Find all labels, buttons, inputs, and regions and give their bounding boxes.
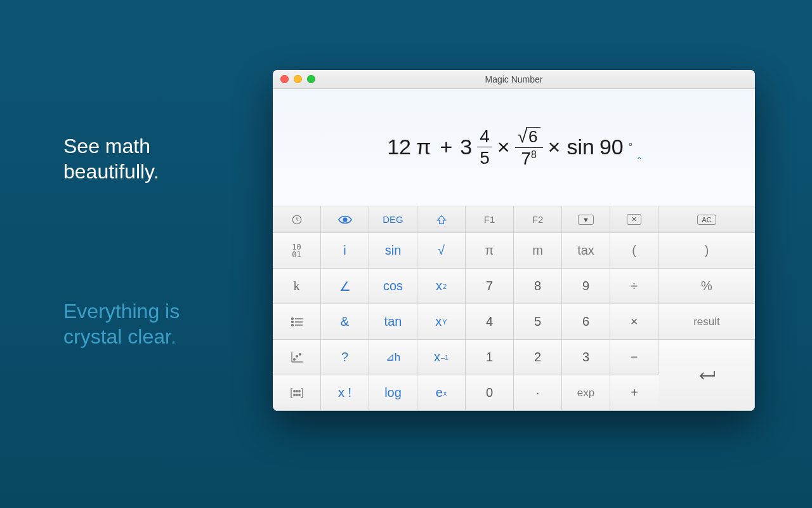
- factorial-button[interactable]: x !: [321, 375, 369, 411]
- minimize-icon[interactable]: [294, 75, 302, 83]
- five-button[interactable]: 5: [514, 304, 562, 340]
- sin-button[interactable]: sin: [369, 233, 417, 269]
- svg-point-14: [296, 390, 297, 391]
- svg-point-2: [291, 318, 293, 319]
- x-power-y-button[interactable]: xY: [417, 304, 466, 340]
- ac-button[interactable]: AC: [658, 206, 755, 233]
- traffic-lights: [273, 75, 315, 83]
- svg-point-6: [291, 324, 293, 326]
- and-button[interactable]: &: [321, 304, 369, 340]
- svg-point-1: [343, 218, 347, 222]
- history-button[interactable]: [273, 206, 321, 233]
- minus-button[interactable]: −: [610, 340, 658, 375]
- exp-button[interactable]: exp: [562, 375, 610, 411]
- memory-button[interactable]: m: [514, 233, 562, 269]
- svg-point-17: [296, 394, 297, 395]
- matrix-icon: [291, 388, 303, 398]
- expr-12: 12: [387, 135, 411, 159]
- imaginary-button[interactable]: i: [321, 233, 369, 269]
- divide-button[interactable]: ÷: [610, 269, 658, 304]
- multiply-button[interactable]: ×: [610, 304, 658, 340]
- expr-plus: +: [440, 135, 453, 159]
- svg-point-13: [293, 390, 294, 391]
- pi-button[interactable]: π: [466, 233, 514, 269]
- expr-frac-sqrt6-7pow8: √6 78: [515, 127, 543, 168]
- marketing-tagline-2: Everything is crystal clear.: [63, 298, 180, 349]
- marketing-tagline-1: See math beautifully.: [63, 133, 159, 184]
- expr-times-1: ×: [497, 135, 510, 159]
- plus-button[interactable]: +: [610, 375, 658, 411]
- f2-button[interactable]: F2: [514, 206, 562, 233]
- seven-button[interactable]: 7: [466, 269, 514, 304]
- four-button[interactable]: 4: [466, 304, 514, 340]
- view-button[interactable]: [321, 206, 369, 233]
- expression: 12 π + 3 4 5 × √6 78 × sin 90°: [387, 127, 641, 168]
- shift-button[interactable]: [417, 206, 466, 233]
- one-button[interactable]: 1: [466, 340, 514, 375]
- svg-point-18: [298, 394, 299, 395]
- list-icon: [291, 318, 303, 326]
- x-squared-button[interactable]: x2: [417, 269, 466, 304]
- chevron-down-icon: ▼: [578, 215, 594, 225]
- percent-button[interactable]: %: [658, 269, 755, 304]
- log-button[interactable]: log: [369, 375, 417, 411]
- svg-point-11: [296, 355, 298, 357]
- tan-button[interactable]: tan: [369, 304, 417, 340]
- tax-button[interactable]: tax: [562, 233, 610, 269]
- sqrt-icon: √6: [518, 127, 540, 146]
- return-icon: [697, 370, 716, 381]
- eight-button[interactable]: 8: [514, 269, 562, 304]
- f1-button[interactable]: F1: [466, 206, 514, 233]
- help-button[interactable]: ?: [321, 340, 369, 375]
- clock-icon: [291, 214, 303, 225]
- close-icon[interactable]: [280, 75, 289, 83]
- result-button[interactable]: result: [658, 304, 755, 340]
- svg-point-16: [293, 394, 294, 395]
- stats-button[interactable]: [273, 340, 321, 375]
- key-row-4: & tan xY 4 5 6 × result: [273, 304, 755, 340]
- expression-display[interactable]: 12 π + 3 4 5 × √6 78 × sin 90°: [273, 89, 755, 206]
- six-button[interactable]: 6: [562, 304, 610, 340]
- eye-icon: [338, 215, 352, 224]
- backspace-button[interactable]: ✕: [610, 206, 658, 233]
- two-button[interactable]: 2: [514, 340, 562, 375]
- enter-button[interactable]: [658, 340, 755, 411]
- e-power-x-button[interactable]: ex: [417, 375, 466, 411]
- lparen-button[interactable]: (: [610, 233, 658, 269]
- svg-point-4: [291, 321, 293, 323]
- matrix-button[interactable]: [273, 375, 321, 411]
- zero-button[interactable]: 0: [466, 375, 514, 411]
- expr-pi: π: [416, 135, 431, 159]
- window-title: Magic Number: [273, 74, 755, 84]
- angle-button[interactable]: ∠: [321, 269, 369, 304]
- sqrt-button[interactable]: √: [417, 233, 466, 269]
- list-button[interactable]: [273, 304, 321, 340]
- degree-icon: °: [629, 142, 632, 153]
- expr-sin: sin: [566, 135, 594, 159]
- caret-icon: ˆ: [638, 156, 641, 166]
- x-icon: ✕: [627, 214, 641, 225]
- svg-point-15: [298, 390, 299, 391]
- expr-90: 90: [599, 135, 624, 159]
- constant-button[interactable]: k: [273, 269, 321, 304]
- key-row-3: k ∠ cos x2 7 8 9 ÷ %: [273, 269, 755, 304]
- dropdown-button[interactable]: ▼: [562, 206, 610, 233]
- x-inverse-button[interactable]: x–1: [417, 340, 466, 375]
- toolbar-row: DEG F1 F2 ▼ ✕ AC: [273, 206, 755, 233]
- binary-button[interactable]: 1001: [273, 233, 321, 269]
- nine-button[interactable]: 9: [562, 269, 610, 304]
- cos-button[interactable]: cos: [369, 269, 417, 304]
- decimal-button[interactable]: ·: [514, 375, 562, 411]
- rparen-button[interactable]: ): [658, 233, 755, 269]
- triangle-h-button[interactable]: ⊿h: [369, 340, 417, 375]
- scatter-icon: [291, 352, 303, 363]
- zoom-icon[interactable]: [307, 75, 315, 83]
- expr-frac-4-5: 4 5: [477, 127, 492, 168]
- titlebar[interactable]: Magic Number: [273, 70, 755, 89]
- svg-point-10: [293, 358, 295, 360]
- app-window: Magic Number 12 π + 3 4 5 × √6 78: [273, 70, 755, 411]
- shift-up-icon: [436, 215, 447, 225]
- three-button[interactable]: 3: [562, 340, 610, 375]
- deg-button[interactable]: DEG: [369, 206, 417, 233]
- key-row-2: 1001 i sin √ π m tax ( ): [273, 233, 755, 269]
